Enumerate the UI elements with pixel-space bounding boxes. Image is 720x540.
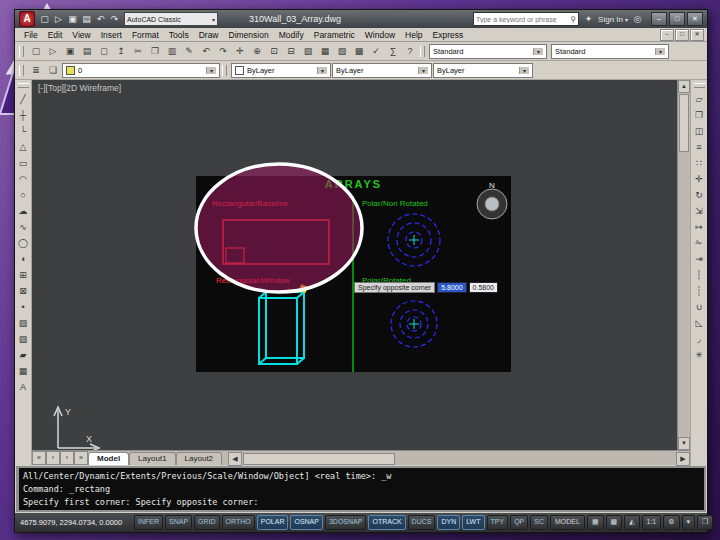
viewcube-north-label[interactable]: N — [489, 181, 495, 190]
pan-icon[interactable]: ✛ — [232, 43, 248, 59]
erase-icon[interactable]: ▱ — [691, 91, 707, 107]
dynamic-input-value-primary[interactable]: 5.8000 — [437, 282, 466, 293]
menu-item[interactable]: Window — [360, 30, 400, 40]
status-toggle-button[interactable]: TPY — [487, 515, 509, 530]
layout-tab[interactable]: Layout1 — [129, 452, 175, 465]
status-toggle-button[interactable]: INFER — [134, 515, 163, 530]
gradient-icon[interactable]: ▧ — [15, 331, 31, 347]
next-tab-button[interactable]: › — [60, 451, 74, 465]
polygon-icon[interactable]: △ — [15, 139, 31, 155]
scroll-up-button[interactable]: ▲ — [678, 80, 690, 93]
menu-item[interactable]: Dimension — [224, 30, 274, 40]
menu-item[interactable]: Modify — [274, 30, 309, 40]
point-icon[interactable]: • — [15, 299, 31, 315]
layer-states-icon[interactable]: ❏ — [45, 62, 61, 78]
status-toggle-button[interactable]: GRID — [194, 515, 220, 530]
rectangle-icon[interactable]: ▭ — [15, 155, 31, 171]
horizontal-scroll-track[interactable] — [396, 454, 676, 464]
redo-icon[interactable]: ↷ — [215, 43, 231, 59]
status-toggle-button[interactable]: OSNAP — [290, 515, 323, 530]
new-icon[interactable]: ▢ — [38, 13, 51, 26]
dynamic-input-value-secondary[interactable]: 0.5800 — [469, 282, 498, 293]
copy-clip-icon[interactable]: ❐ — [147, 43, 163, 59]
workspace-switching-icon[interactable]: ⚙ — [663, 515, 679, 530]
menu-item[interactable]: Draw — [194, 30, 224, 40]
sheet-set-manager-icon[interactable]: ▩ — [351, 43, 367, 59]
insert-block-icon[interactable]: ⊞ — [15, 267, 31, 283]
status-toggle-button[interactable]: SC — [530, 515, 548, 530]
menu-item[interactable]: File — [19, 30, 43, 40]
redo-icon[interactable]: ↷ — [108, 13, 121, 26]
extend-icon[interactable]: ⇥ — [691, 251, 707, 267]
status-toggle-button[interactable]: SNAP — [165, 515, 192, 530]
toolbar-grip[interactable] — [18, 83, 29, 88]
offset-icon[interactable]: ≡ — [691, 139, 707, 155]
qnew-icon[interactable]: ▢ — [28, 43, 44, 59]
trim-icon[interactable]: ✁ — [691, 235, 707, 251]
properties-icon[interactable]: ▧ — [300, 43, 316, 59]
ellipse-arc-icon[interactable]: ◖ — [15, 251, 31, 267]
markup-icon[interactable]: ✓ — [368, 43, 384, 59]
menu-item[interactable]: Tools — [164, 30, 194, 40]
scroll-left-button[interactable]: ◀ — [228, 452, 242, 466]
autodesk-360-icon[interactable]: ✦ — [582, 13, 595, 26]
make-block-icon[interactable]: ⊠ — [15, 283, 31, 299]
prev-tab-button[interactable]: ‹ — [46, 451, 60, 465]
save-icon[interactable]: ▣ — [62, 43, 78, 59]
annotation-scale-value[interactable]: 1:1 — [642, 515, 662, 530]
layout-tab[interactable]: Model — [88, 452, 129, 465]
toolbar-grip[interactable] — [694, 83, 705, 88]
scale-icon[interactable]: ⇲ — [691, 203, 707, 219]
status-menu-icon[interactable]: ▾ — [682, 515, 696, 530]
status-toggle-button[interactable]: LWT — [462, 515, 484, 530]
chamfer-icon[interactable]: ◺ — [691, 315, 707, 331]
mtext-icon[interactable]: A — [15, 379, 31, 395]
help-icon[interactable]: ? — [402, 43, 418, 59]
designcenter-icon[interactable]: ▦ — [317, 43, 333, 59]
layer-properties-icon[interactable]: ≣ — [28, 62, 44, 78]
undo-icon[interactable]: ↶ — [198, 43, 214, 59]
sign-in-button[interactable]: Sign In ▾ — [598, 15, 628, 24]
minimize-button[interactable]: – — [651, 12, 667, 26]
construction-line-icon[interactable]: ┼ — [15, 107, 31, 123]
lineweight-combo[interactable]: ByLayer ▾ — [433, 63, 533, 78]
scroll-right-button[interactable]: ▶ — [676, 452, 690, 466]
open-icon[interactable]: ▷ — [52, 13, 65, 26]
move-icon[interactable]: ✛ — [691, 171, 707, 187]
status-toggle-button[interactable]: OTRACK — [368, 515, 405, 530]
last-tab-button[interactable]: » — [74, 451, 88, 465]
array-icon[interactable]: ∷ — [691, 155, 707, 171]
ellipse-icon[interactable]: ◯ — [15, 235, 31, 251]
toolbar-grip[interactable] — [420, 46, 425, 57]
horizontal-scroll-thumb[interactable] — [243, 453, 395, 465]
region-icon[interactable]: ▰ — [15, 347, 31, 363]
toolbar-grip[interactable] — [222, 65, 227, 76]
dim-style-combo[interactable]: Standard ▾ — [551, 44, 669, 59]
model-space-button[interactable]: MODEL — [550, 515, 585, 530]
tool-palettes-icon[interactable]: ▨ — [334, 43, 350, 59]
toolbar-grip[interactable] — [19, 46, 24, 57]
break-icon[interactable]: ┊ — [691, 283, 707, 299]
mirror-icon[interactable]: ◫ — [691, 123, 707, 139]
paste-icon[interactable]: ▥ — [164, 43, 180, 59]
circle-icon[interactable]: ○ — [15, 187, 31, 203]
plot-icon[interactable]: ▤ — [79, 43, 95, 59]
vertical-scroll-track[interactable] — [678, 153, 690, 437]
status-toggle-button[interactable]: ORTHO — [222, 515, 255, 530]
layer-combo[interactable]: 0 ▾ — [62, 63, 220, 78]
annotation-scale-icon[interactable]: ◭ — [624, 515, 639, 530]
undo-icon[interactable]: ↶ — [94, 13, 107, 26]
viewcube[interactable]: N — [470, 179, 514, 223]
publish-icon[interactable]: ↥ — [113, 43, 129, 59]
status-toggle-button[interactable]: DUCS — [408, 515, 436, 530]
viewport-controls[interactable]: [-][Top][2D Wireframe] — [38, 83, 121, 93]
arc-icon[interactable]: ◠ — [15, 171, 31, 187]
menu-item[interactable]: Parametric — [309, 30, 360, 40]
plot-preview-icon[interactable]: ◻ — [96, 43, 112, 59]
rotate-icon[interactable]: ↻ — [691, 187, 707, 203]
quick-view-drawings-icon[interactable]: ▩ — [606, 515, 623, 530]
status-toggle-button[interactable]: DYN — [437, 515, 460, 530]
break-at-point-icon[interactable]: ┆ — [691, 267, 707, 283]
polyline-icon[interactable]: └ — [15, 123, 31, 139]
menu-item[interactable]: Format — [127, 30, 164, 40]
